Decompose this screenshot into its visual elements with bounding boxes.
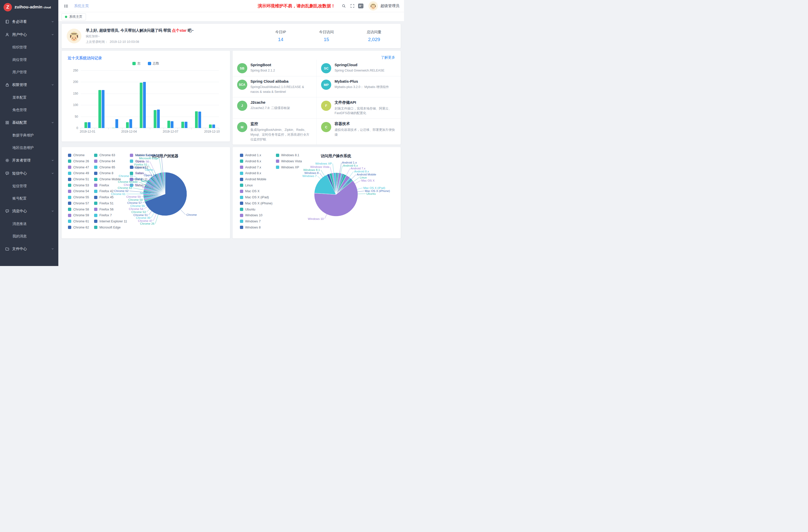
pie-slice[interactable] [336, 173, 337, 195]
legend-item[interactable]: Chrome Mobile [94, 178, 121, 181]
legend-item[interactable]: Chrome 58 [68, 208, 89, 211]
pie-slice[interactable] [336, 173, 341, 195]
sidebar-subitem[interactable]: 消息推送 [0, 218, 58, 230]
legend-item[interactable]: Chrome 47 [68, 166, 89, 169]
legend-item[interactable]: Windows 8 [240, 226, 261, 229]
sidebar-item[interactable]: 基础配置 [0, 116, 58, 129]
bar-总数[interactable] [198, 112, 201, 128]
legend-item[interactable]: Microsoft Edge [94, 226, 121, 229]
pie-slice[interactable] [327, 174, 336, 195]
avatar[interactable] [368, 1, 378, 11]
legend-item[interactable]: Linux [240, 184, 253, 187]
legend-item[interactable]: Ubuntu [240, 208, 255, 211]
legend-item[interactable]: Android 7.x [240, 166, 261, 169]
legend-item[interactable]: Firefox [94, 184, 109, 187]
pie-slice[interactable] [314, 175, 336, 195]
legend-item[interactable]: Android 8.x [240, 171, 261, 175]
bar-总数[interactable] [88, 122, 91, 128]
legend-item[interactable]: Chrome 49 [68, 171, 89, 175]
bar-您[interactable] [126, 122, 129, 128]
sidebar-item[interactable]: 开发者管理 [0, 154, 58, 167]
bar-总数[interactable] [115, 119, 118, 128]
legend-item[interactable]: Firefox 42 [94, 189, 114, 193]
legend-item[interactable]: Chrome 53 [68, 184, 89, 187]
legend-item[interactable]: Chrome 54 [68, 189, 89, 193]
learn-more-link[interactable]: 了解更多 [381, 55, 395, 60]
tab-home[interactable]: 系统主页 [61, 14, 86, 20]
legend-item[interactable]: Firefox 7 [94, 214, 112, 217]
pie-slice[interactable] [144, 194, 165, 199]
bar-您[interactable] [154, 110, 157, 128]
legend-item[interactable]: Chrome 8 [94, 171, 113, 175]
legend-item[interactable]: 您 [132, 61, 141, 66]
pie-slice[interactable] [164, 172, 165, 194]
bar-总数[interactable] [129, 119, 132, 128]
collapse-menu-icon[interactable] [62, 2, 71, 11]
bar-总数[interactable] [157, 110, 160, 128]
legend-item[interactable]: Chrome 26 [68, 160, 89, 163]
legend-item[interactable]: Chrome 61 [68, 220, 89, 223]
username[interactable]: 超级管理员 [381, 3, 400, 8]
bar-您[interactable] [140, 82, 143, 128]
legend-item[interactable]: Windows XP [276, 166, 299, 169]
sidebar-item[interactable]: 权限管理 [0, 78, 58, 91]
sidebar-subitem[interactable]: 用户管理 [0, 66, 58, 78]
pie-slice[interactable] [162, 172, 165, 194]
pie-slice[interactable] [144, 194, 165, 202]
pie-slice[interactable] [336, 176, 350, 195]
sidebar-subitem[interactable]: 账号配置 [0, 192, 58, 205]
bar-总数[interactable] [185, 122, 187, 128]
pie-slice[interactable] [333, 173, 336, 195]
star-link[interactable]: 点个star [172, 28, 187, 33]
pie-slice[interactable] [336, 174, 344, 195]
sidebar-item[interactable]: 短信中心 [0, 167, 58, 180]
sidebar-subitem[interactable]: 组织管理 [0, 41, 58, 54]
pie-slice[interactable] [336, 174, 346, 195]
pie-slice[interactable] [336, 173, 339, 195]
sidebar-subitem[interactable]: 地区信息维护 [0, 142, 58, 154]
bar-总数[interactable] [102, 90, 105, 128]
logo[interactable]: Z zuihou-admincloud [0, 0, 58, 14]
pie-slice[interactable] [336, 178, 351, 195]
bar-您[interactable] [167, 121, 170, 128]
legend-item[interactable]: Android Mobile [240, 178, 266, 181]
bar-总数[interactable] [212, 125, 215, 128]
pie-slice[interactable] [155, 174, 165, 194]
sidebar-item[interactable]: 文件中心 [0, 242, 58, 255]
bar-您[interactable] [209, 125, 212, 128]
legend-item[interactable]: Chrome 51 [68, 178, 89, 181]
pie-slice[interactable] [144, 194, 165, 198]
bar-您[interactable] [85, 122, 87, 128]
bar-您[interactable] [98, 90, 101, 128]
legend-item[interactable]: Chrome 62 [68, 226, 89, 229]
legend-item[interactable]: Mac OS X [240, 189, 260, 193]
legend-item[interactable]: Internet Explorer 11 [94, 220, 127, 223]
sidebar-subitem[interactable]: 数据字典维护 [0, 129, 58, 142]
legend-item[interactable]: Windows 10 [240, 214, 262, 217]
pie-slice[interactable] [159, 173, 165, 194]
legend-item[interactable]: Windows Vista [276, 160, 302, 163]
pie-slice[interactable] [153, 175, 165, 194]
breadcrumb[interactable]: 系统主页 [74, 3, 89, 8]
sidebar-subitem[interactable]: 岗位管理 [0, 54, 58, 66]
pie-slice[interactable] [336, 180, 353, 195]
sidebar-subitem[interactable]: 我的消息 [0, 230, 58, 242]
fullscreen-icon[interactable] [348, 2, 356, 11]
legend-item[interactable]: 总数 [148, 61, 159, 66]
legend-item[interactable]: Android 6.x [240, 160, 261, 163]
pie-slice[interactable] [332, 173, 336, 195]
bar-您[interactable] [112, 128, 115, 128]
legend-item[interactable]: Firefox 45 [94, 196, 114, 199]
pie-slice[interactable] [152, 176, 165, 194]
legend-item[interactable]: Firefox 51 [94, 202, 114, 205]
legend-item[interactable]: Mac OS X (iPad) [240, 196, 269, 199]
pie-slice[interactable] [144, 194, 165, 200]
legend-item[interactable]: Chrome 59 [68, 214, 89, 217]
legend-item[interactable]: Chrome [68, 153, 85, 157]
legend-item[interactable]: Chrome 65 [94, 166, 115, 169]
sidebar-subitem[interactable]: 菜单配置 [0, 91, 58, 104]
pie-slice[interactable] [336, 173, 343, 195]
legend-item[interactable]: Chrome 57 [68, 202, 89, 205]
pie-slice[interactable] [156, 174, 165, 194]
font-size-icon[interactable]: A⁺ [358, 3, 363, 8]
